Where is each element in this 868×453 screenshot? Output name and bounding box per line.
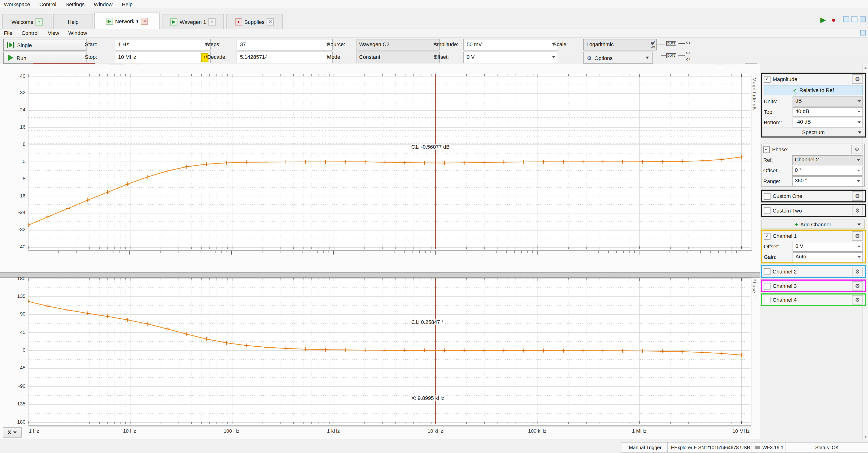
channel-3-label: Channel 3 [773,283,797,289]
menu-window-2[interactable]: Window [64,29,91,37]
range-input[interactable]: 360 ° [792,176,863,186]
phase-title-row: ✓ Phase: ⚙ [762,144,864,155]
add-workspace-icon[interactable]: + [36,18,43,25]
custom-one-gear-button[interactable]: ⚙ [852,191,863,201]
scale-select[interactable]: Logarithmic [583,39,657,51]
top-value: 40 dB [795,108,809,114]
steps-input[interactable]: 37 [237,39,333,51]
status-ok-button[interactable]: Status: OK [785,442,868,453]
x-axis-menu-button[interactable]: X [3,427,22,437]
tab-network-label: Network 1 [115,18,139,24]
copy-window-icon[interactable] [843,16,849,22]
phase-offset-input[interactable]: 0 ° [792,165,863,176]
chevron-down-icon [857,170,860,171]
manual-trigger-button[interactable]: Manual Trigger [621,442,670,453]
tab-network-1[interactable]: ▶ Network 1 ✕ [94,13,160,29]
help-pane-icon[interactable] [860,30,866,35]
tab-help[interactable]: Help [53,14,93,29]
stop-all-icon[interactable]: ● [832,16,836,24]
phase-gear-button[interactable]: ⚙ [851,145,862,154]
amplitude-input[interactable]: 50 mV [463,39,558,51]
y-tick-label: -135 [1,401,26,406]
units-select[interactable]: dB [793,96,863,107]
schematic-dut1-box: DUT1 [666,41,677,46]
tab-welcome[interactable]: Welcome + [2,14,52,29]
start-input[interactable]: 1 Hz [115,39,211,51]
custom-two-checkbox[interactable] [764,207,771,214]
menu-file[interactable]: File [0,29,16,37]
phase-plot[interactable] [28,277,752,425]
magnitude-gear-button[interactable]: ⚙ [852,74,863,84]
version-button[interactable]: WF3.19.1 [752,442,787,453]
channel-1-gain-select[interactable]: Auto [793,252,863,262]
device-button[interactable]: EExplorer F SN:210151464678 USB [667,442,754,453]
plot-splitter[interactable] [0,272,760,278]
layout-window-icon[interactable] [851,16,858,22]
close-icon[interactable]: ✕ [141,18,148,25]
channel-1-gain-label: Gain: [764,254,790,260]
spectrum-button[interactable]: Spectrum [762,128,865,137]
run-all-icon[interactable]: ▶ [820,16,826,24]
channel-1-checkbox[interactable]: ✓ [764,233,771,239]
menu-window[interactable]: Window [90,0,116,8]
single-button[interactable]: Single [3,39,87,51]
chevron-down-icon[interactable] [552,56,556,58]
stop-input[interactable]: 10 MHz ! [115,52,211,63]
close-icon[interactable]: ✕ [208,18,216,25]
y-tick-label: -90 [1,383,26,389]
scroll-down-icon[interactable]: ▼ [864,435,868,439]
channel-1-gear-button[interactable]: ⚙ [852,231,863,240]
dock-window-icon[interactable] [860,16,866,22]
relative-to-ref-button[interactable]: ✓ Relative to Ref [764,85,863,95]
manual-trigger-label: Manual Trigger [629,444,661,450]
magnitude-checkbox[interactable]: ✓ [764,76,771,83]
run-icon [7,54,14,61]
menu-view[interactable]: View [44,29,63,37]
scale-label: Scale: [553,39,568,50]
chevron-down-icon[interactable] [646,57,649,59]
cursor-phase-label: C1: 0.25847 ° [410,319,445,325]
gear-icon: ⚙ [855,233,860,239]
channel-1-offset-input[interactable]: 0 V [793,241,863,251]
chevron-down-icon [858,121,861,123]
mode-select[interactable]: Constant [356,52,439,63]
phase-checkbox[interactable]: ✓ [763,146,770,153]
per-decade-input[interactable]: 5.14285714 [237,52,333,63]
options-button[interactable]: ⚙ Options [583,52,653,64]
menu-help[interactable]: Help [118,0,136,8]
channel-1-offset-row: Offset: 0 V [762,241,865,252]
channel-2-checkbox[interactable] [764,268,771,275]
bottom-value: -40 dB [795,118,811,125]
amplitude-label: Amplitude: [433,39,458,50]
y-tick-label: 135 [1,293,26,299]
custom-one-checkbox[interactable] [764,193,771,200]
menu-control-2[interactable]: Control [18,29,42,37]
tab-wavegen-1[interactable]: ▶ Wavegen 1 ✕ [162,14,224,29]
close-icon[interactable]: ✕ [267,18,274,25]
x-tick-label: 10 Hz [113,428,146,434]
source-select[interactable]: Wavegen C2 [356,39,439,51]
custom-two-gear-button[interactable]: ⚙ [852,206,863,215]
menu-workspace[interactable]: Workspace [0,0,34,8]
channel-4-checkbox[interactable] [764,296,771,303]
run-button[interactable]: Run [3,52,87,64]
tab-supplies[interactable]: ● Supplies ✕ [226,14,283,29]
channel-3-checkbox[interactable] [764,282,771,289]
channel-3-gear-button[interactable]: ⚙ [852,281,863,291]
offset-input[interactable]: 0 V [463,52,558,63]
ref-row: Ref: Channel 2 [762,155,864,165]
ref-select[interactable]: Channel 2 [792,155,863,165]
channel-4-gear-button[interactable]: ⚙ [852,295,863,304]
magnitude-plot[interactable] [28,74,752,251]
top-input[interactable]: 40 dB [793,107,863,117]
scroll-up-icon[interactable]: ▲ [864,65,868,69]
tab-bar: Welcome + Help ▶ Network 1 ✕ ▶ Wavegen 1… [0,11,868,28]
add-channel-button[interactable]: + Add Channel [761,220,865,229]
menu-control[interactable]: Control [35,0,60,8]
channel-2-gear-button[interactable]: ⚙ [852,267,863,276]
bottom-input[interactable]: -40 dB [793,117,863,127]
menu-settings[interactable]: Settings [62,0,88,8]
toolbar: Single Run Start: 1 Hz Steps: 37 Source:… [0,37,868,64]
magnitude-axis-ticks [28,250,751,254]
schematic-dut2-box: DUT2 [666,53,677,58]
